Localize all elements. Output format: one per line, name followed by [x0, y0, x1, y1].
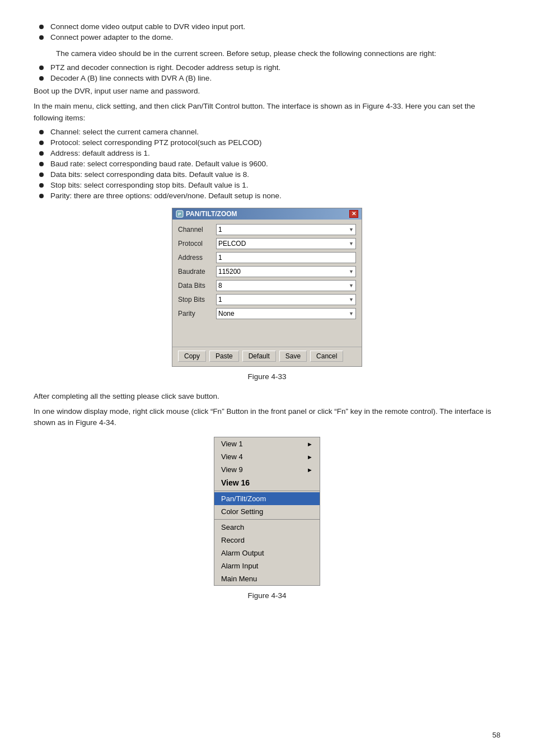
bullet-dot — [39, 25, 44, 29]
para2: Boot up the DVR, input user name and pas… — [34, 86, 500, 97]
bullet-item-1: Protocol: select corresponding PTZ proto… — [34, 138, 500, 147]
ctx-item-alarm-input[interactable]: Alarm Input — [214, 559, 320, 572]
chevron-down-icon: ▼ — [349, 283, 354, 288]
dialog-title: PAN/TILT/ZOOM — [186, 210, 237, 218]
select-baudrate[interactable]: 115200 ▼ — [216, 266, 356, 277]
arrow-icon: ► — [307, 466, 313, 473]
figure34-label: Figure 4-34 — [34, 590, 500, 602]
copy-button[interactable]: Copy — [178, 351, 206, 362]
ctx-item-view-1[interactable]: View 1► — [214, 437, 320, 450]
chevron-down-icon: ▼ — [349, 297, 354, 302]
paste-button[interactable]: Paste — [209, 351, 239, 362]
dialog-row-channel: Channel 1 ▼ — [178, 224, 356, 235]
svg-text:P: P — [178, 212, 181, 217]
bullet-dot — [39, 172, 44, 177]
dialog-row-databits: Data Bits 8 ▼ — [178, 280, 356, 291]
bullet-dot — [39, 194, 44, 198]
bullet-check-2: Decoder A (B) line connects with DVR A (… — [34, 74, 500, 82]
bullet-item-0: Channel: select the current camera chann… — [34, 128, 500, 136]
select-stopbits[interactable]: 1 ▼ — [216, 294, 356, 305]
bullet-dot — [39, 130, 44, 134]
default-button[interactable]: Default — [242, 351, 276, 362]
separator — [214, 491, 320, 491]
bullet-dot — [39, 66, 44, 70]
chevron-down-icon: ▼ — [349, 241, 354, 246]
context-menu-wrapper: View 1►View 4►View 9►View 16Pan/Tilt/Zoo… — [34, 437, 500, 586]
page-number: 58 — [493, 731, 500, 739]
label-address: Address — [178, 254, 216, 262]
save-button[interactable]: Save — [279, 351, 307, 362]
ctx-item-view-16[interactable]: View 16 — [214, 476, 320, 489]
dialog-row-stopbits: Stop Bits 1 ▼ — [178, 294, 356, 305]
dialog-row-parity: Parity None ▼ — [178, 308, 356, 319]
bullet-top-1: Connect dome video output cable to DVR v… — [34, 22, 500, 31]
label-channel: Channel — [178, 226, 216, 234]
ctx-item-pan-tilt-zoom[interactable]: Pan/Tilt/Zoom — [214, 492, 320, 505]
bullet-dot — [39, 162, 44, 166]
label-protocol: Protocol — [178, 240, 216, 248]
ctx-item-alarm-output[interactable]: Alarm Output — [214, 547, 320, 559]
select-databits[interactable]: 8 ▼ — [216, 280, 356, 291]
bullet-item-6: Parity: there are three options: odd/eve… — [34, 192, 500, 200]
bullet-item-5: Stop bits: select corresponding stop bit… — [34, 181, 500, 189]
pantiltzoom-dialog: P PAN/TILT/ZOOM ✕ Channel 1 ▼ Protocol P… — [172, 208, 362, 367]
bullet-check-1: PTZ and decoder connection is right. Dec… — [34, 63, 500, 72]
dialog-titlebar: P PAN/TILT/ZOOM ✕ — [172, 208, 362, 220]
ctx-item-search[interactable]: Search — [214, 521, 320, 534]
input-address[interactable]: 1 — [216, 252, 356, 263]
context-menu: View 1►View 4►View 9►View 16Pan/Tilt/Zoo… — [214, 437, 320, 586]
bullet-item-3: Baud rate: select corresponding baud rat… — [34, 160, 500, 168]
dialog-title-icon: P — [176, 210, 184, 218]
para1: The camera video should be in the curren… — [34, 48, 500, 60]
bullet-dot — [39, 35, 44, 40]
dialog-body: Channel 1 ▼ Protocol PELCOD ▼ Address 1 — [172, 220, 362, 344]
ctx-item-record[interactable]: Record — [214, 534, 320, 547]
dialog-row-baudrate: Baudrate 115200 ▼ — [178, 266, 356, 277]
chevron-down-icon: ▼ — [349, 269, 354, 274]
bullet-dot — [39, 183, 44, 188]
bullet-dot — [39, 76, 44, 81]
bullet-dot — [39, 151, 44, 156]
ctx-item-color-setting[interactable]: Color Setting — [214, 505, 320, 518]
bullet-dot — [39, 141, 44, 145]
cancel-button[interactable]: Cancel — [310, 351, 343, 362]
chevron-down-icon: ▼ — [349, 227, 354, 232]
para4: After completing all the setting please … — [34, 391, 500, 403]
ctx-item-view-9[interactable]: View 9► — [214, 463, 320, 476]
label-databits: Data Bits — [178, 282, 216, 290]
ctx-item-view-4[interactable]: View 4► — [214, 450, 320, 463]
select-channel[interactable]: 1 ▼ — [216, 224, 356, 235]
para5: In one window display mode, right click … — [34, 406, 500, 430]
dialog-wrapper: P PAN/TILT/ZOOM ✕ Channel 1 ▼ Protocol P… — [34, 208, 500, 367]
arrow-icon: ► — [307, 441, 313, 447]
bullet-item-2: Address: default address is 1. — [34, 149, 500, 157]
arrow-icon: ► — [307, 454, 313, 460]
ctx-item-main-menu[interactable]: Main Menu — [214, 572, 320, 585]
label-stopbits: Stop Bits — [178, 296, 216, 304]
dialog-row-protocol: Protocol PELCOD ▼ — [178, 238, 356, 249]
bullets-items: Channel: select the current camera chann… — [34, 128, 500, 200]
separator — [214, 519, 320, 520]
figure33-label: Figure 4-33 — [34, 371, 500, 383]
dialog-close-button[interactable]: ✕ — [349, 210, 358, 218]
label-parity: Parity — [178, 310, 216, 318]
bullet-top-2: Connect power adapter to the dome. — [34, 33, 500, 41]
select-protocol[interactable]: PELCOD ▼ — [216, 238, 356, 249]
label-baudrate: Baudrate — [178, 268, 216, 276]
para3: In the main menu, click setting, and the… — [34, 101, 500, 124]
dialog-row-address: Address 1 — [178, 252, 356, 263]
dialog-footer: Copy Paste Default Save Cancel — [172, 347, 362, 366]
bullets-top: Connect dome video output cable to DVR v… — [34, 22, 500, 41]
bullets-check: PTZ and decoder connection is right. Dec… — [34, 63, 500, 82]
chevron-down-icon: ▼ — [349, 311, 354, 316]
bullet-item-4: Data bits: select corresponding data bit… — [34, 170, 500, 179]
select-parity[interactable]: None ▼ — [216, 308, 356, 319]
